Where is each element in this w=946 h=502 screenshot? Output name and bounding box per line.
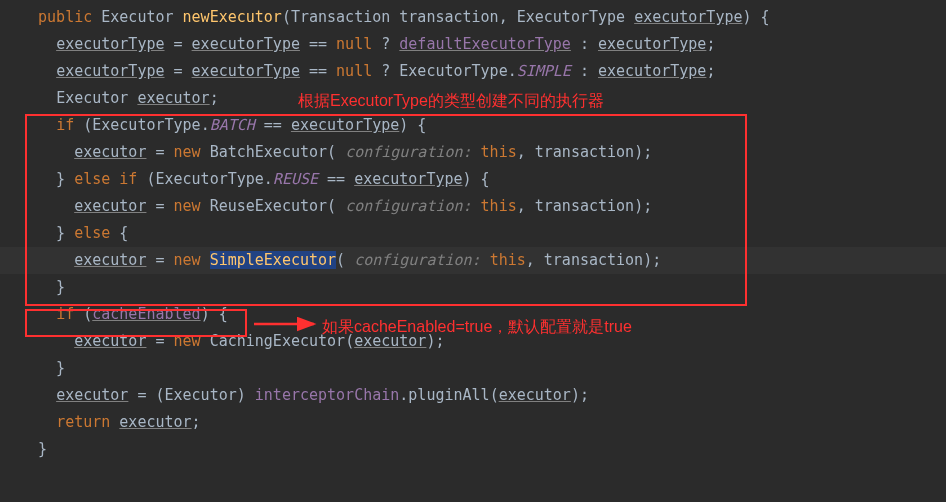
class-name: ReuseExecutor	[210, 197, 327, 215]
operator: ?	[381, 62, 390, 80]
param-hint: configuration:	[354, 251, 480, 269]
field: cacheEnabled	[92, 305, 200, 323]
operator: ==	[264, 116, 282, 134]
variable: executorType	[56, 35, 164, 53]
return-type: Executor	[101, 8, 173, 26]
param-type: Transaction	[291, 8, 390, 26]
param-hint: configuration:	[345, 197, 471, 215]
keyword-new: new	[174, 251, 201, 269]
code-line: executor = (Executor) interceptorChain.p…	[0, 382, 946, 409]
code-line-highlighted: executor = new SimpleExecutor( configura…	[0, 247, 946, 274]
variable: executor	[74, 197, 146, 215]
code-line: return executor;	[0, 409, 946, 436]
operator: ==	[309, 35, 327, 53]
method-name: newExecutor	[183, 8, 282, 26]
class-name: CachingExecutor	[210, 332, 345, 350]
field: defaultExecutorType	[399, 35, 571, 53]
param-type: ExecutorType	[517, 8, 625, 26]
operator: ==	[309, 62, 327, 80]
type: ExecutorType	[155, 170, 263, 188]
code-line: if (cacheEnabled) {	[0, 301, 946, 328]
keyword-null: null	[336, 62, 372, 80]
variable: executor	[137, 89, 209, 107]
variable: executor	[74, 143, 146, 161]
enum-value: SIMPLE	[517, 62, 571, 80]
argument: executor	[499, 386, 571, 404]
code-line: if (ExecutorType.BATCH == executorType) …	[0, 112, 946, 139]
operator: ==	[327, 170, 345, 188]
keyword-elseif: else if	[74, 170, 137, 188]
field: interceptorChain	[255, 386, 400, 404]
variable: executorType	[598, 35, 706, 53]
variable: executorType	[354, 170, 462, 188]
class-name: BatchExecutor	[210, 143, 327, 161]
code-line: }	[0, 436, 946, 463]
code-line: }	[0, 274, 946, 301]
type: ExecutorType	[399, 62, 507, 80]
class-name-caret: SimpleExecutor	[210, 251, 336, 269]
variable: executor	[56, 386, 128, 404]
variable: executor	[119, 413, 191, 431]
variable: executor	[74, 251, 146, 269]
method-call: pluginAll	[408, 386, 489, 404]
keyword-new: new	[174, 143, 201, 161]
keyword-this: this	[481, 197, 517, 215]
code-line: } else if (ExecutorType.REUSE == executo…	[0, 166, 946, 193]
argument: transaction	[544, 251, 643, 269]
code-line: } else {	[0, 220, 946, 247]
type: Executor	[56, 89, 128, 107]
keyword-return: return	[56, 413, 110, 431]
code-line: executorType = executorType == null ? de…	[0, 31, 946, 58]
variable: executorType	[192, 62, 300, 80]
variable: executorType	[56, 62, 164, 80]
code-line: executor = new ReuseExecutor( configurat…	[0, 193, 946, 220]
keyword-new: new	[174, 197, 201, 215]
operator: :	[580, 62, 589, 80]
code-line: executorType = executorType == null ? Ex…	[0, 58, 946, 85]
param-name: executorType	[634, 8, 742, 26]
type: ExecutorType	[92, 116, 200, 134]
variable: executor	[74, 332, 146, 350]
argument: transaction	[535, 197, 634, 215]
operator: :	[580, 35, 589, 53]
enum-value: BATCH	[210, 116, 255, 134]
keyword-public: public	[38, 8, 92, 26]
variable: executorType	[598, 62, 706, 80]
operator: ?	[381, 35, 390, 53]
param-name: transaction	[399, 8, 498, 26]
code-line: executor = new BatchExecutor( configurat…	[0, 139, 946, 166]
code-editor[interactable]: public Executor newExecutor(Transaction …	[0, 4, 946, 463]
keyword-this: this	[490, 251, 526, 269]
param-hint: configuration:	[345, 143, 471, 161]
argument: transaction	[535, 143, 634, 161]
code-line: }	[0, 355, 946, 382]
variable: executorType	[192, 35, 300, 53]
argument: executor	[354, 332, 426, 350]
keyword-null: null	[336, 35, 372, 53]
code-line: public Executor newExecutor(Transaction …	[0, 4, 946, 31]
variable: executorType	[291, 116, 399, 134]
keyword-if: if	[56, 116, 74, 134]
keyword-if: if	[56, 305, 74, 323]
keyword-else: else	[74, 224, 110, 242]
enum-value: REUSE	[273, 170, 318, 188]
cast-type: Executor	[165, 386, 237, 404]
keyword-this: this	[481, 143, 517, 161]
code-line: Executor executor;	[0, 85, 946, 112]
keyword-new: new	[174, 332, 201, 350]
code-line: executor = new CachingExecutor(executor)…	[0, 328, 946, 355]
